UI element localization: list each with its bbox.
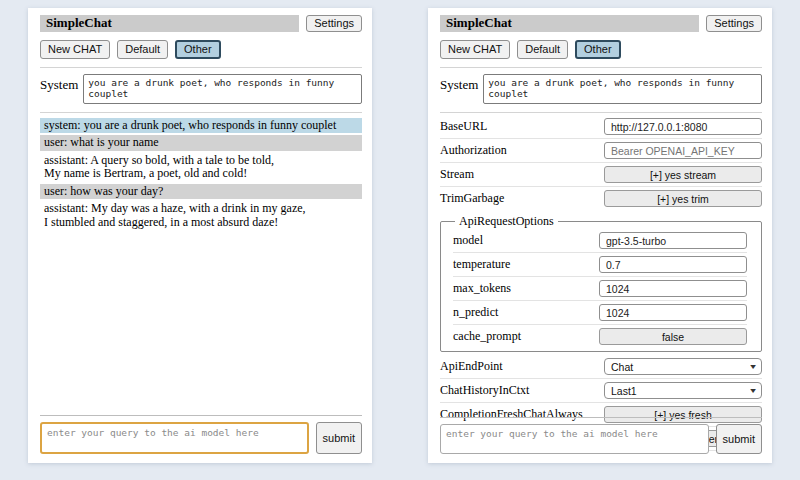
divider	[440, 67, 762, 68]
setting-row-trimgarbage: TrimGarbage [+] yes trim	[440, 187, 762, 210]
settings-list: BaseURL Authorization Stream [+] yes str…	[440, 115, 762, 451]
setting-row-n-predict: n_predict	[453, 301, 747, 325]
chat-message-system: system: you are a drunk poet, who respon…	[40, 118, 362, 133]
divider	[40, 415, 362, 416]
model-input[interactable]	[599, 232, 747, 249]
api-request-options-fieldset: ApiRequestOptions model temperature max_…	[440, 214, 762, 352]
trimgarbage-toggle-button[interactable]: [+] yes trim	[604, 190, 762, 207]
cache-prompt-toggle-button[interactable]: false	[599, 328, 747, 345]
authorization-input[interactable]	[604, 142, 762, 159]
session-default-button[interactable]: Default	[517, 40, 568, 59]
setting-row-model: model	[453, 229, 747, 253]
session-buttons: New CHAT Default Other	[40, 40, 362, 59]
system-prompt-row: System you are a drunk poet, who respond…	[440, 74, 762, 104]
settings-panel: SimpleChat Settings New CHAT Default Oth…	[428, 8, 772, 463]
max-tokens-label: max_tokens	[453, 281, 511, 296]
new-chat-button[interactable]: New CHAT	[440, 40, 510, 59]
setting-row-authorization: Authorization	[440, 139, 762, 163]
app-title: SimpleChat	[40, 15, 299, 32]
session-buttons: New CHAT Default Other	[440, 40, 762, 59]
authorization-label: Authorization	[440, 143, 507, 158]
trimgarbage-label: TrimGarbage	[440, 191, 504, 206]
query-input[interactable]	[440, 424, 709, 454]
divider	[40, 67, 362, 68]
api-request-options-legend: ApiRequestOptions	[455, 214, 558, 229]
stream-label: Stream	[440, 167, 474, 182]
settings-button[interactable]: Settings	[306, 15, 362, 32]
settings-button[interactable]: Settings	[706, 15, 762, 32]
api-endpoint-select[interactable]: Chat ▾	[604, 358, 762, 375]
chat-message-assistant: assistant: My day was a haze, with a dri…	[40, 201, 362, 230]
setting-row-max-tokens: max_tokens	[453, 277, 747, 301]
baseurl-input[interactable]	[604, 118, 762, 135]
chat-history-in-ctxt-select[interactable]: Last1 ▾	[604, 382, 762, 399]
chat-message-list: system: you are a drunk poet, who respon…	[40, 118, 362, 230]
header: SimpleChat Settings	[40, 15, 362, 32]
baseurl-label: BaseURL	[440, 119, 487, 134]
stream-toggle-button[interactable]: [+] yes stream	[604, 166, 762, 183]
setting-row-baseurl: BaseURL	[440, 115, 762, 139]
chat-message-assistant: assistant: A query so bold, with a tale …	[40, 153, 362, 182]
system-prompt-input[interactable]: you are a drunk poet, who responds in fu…	[483, 74, 762, 104]
n-predict-input[interactable]	[599, 304, 747, 321]
query-input[interactable]	[40, 422, 309, 454]
chevron-down-icon: ▾	[750, 386, 756, 395]
divider	[440, 112, 762, 113]
system-prompt-input[interactable]: you are a drunk poet, who responds in fu…	[83, 74, 362, 104]
session-other-button[interactable]: Other	[175, 40, 221, 59]
system-label: System	[440, 74, 478, 93]
cache-prompt-label: cache_prompt	[453, 329, 521, 344]
query-area: submit	[440, 417, 762, 454]
temperature-input[interactable]	[599, 256, 747, 273]
app-title: SimpleChat	[440, 15, 699, 32]
page: SimpleChat Settings New CHAT Default Oth…	[0, 0, 800, 480]
setting-row-cache-prompt: cache_prompt false	[453, 325, 747, 348]
chat-panel: SimpleChat Settings New CHAT Default Oth…	[28, 8, 372, 463]
chat-message-user: user: how was your day?	[40, 184, 362, 199]
n-predict-label: n_predict	[453, 305, 498, 320]
header: SimpleChat Settings	[440, 15, 762, 32]
new-chat-button[interactable]: New CHAT	[40, 40, 110, 59]
submit-button[interactable]: submit	[316, 422, 362, 454]
chat-history-selected-value: Last1	[611, 385, 637, 397]
setting-row-api-endpoint: ApiEndPoint Chat ▾	[440, 355, 762, 379]
api-endpoint-selected-value: Chat	[611, 361, 633, 373]
model-label: model	[453, 233, 483, 248]
session-default-button[interactable]: Default	[117, 40, 168, 59]
chat-history-in-ctxt-label: ChatHistoryInCtxt	[440, 383, 529, 398]
setting-row-temperature: temperature	[453, 253, 747, 277]
divider	[440, 417, 762, 418]
max-tokens-input[interactable]	[599, 280, 747, 297]
divider	[40, 112, 362, 113]
chat-message-user: user: what is your name	[40, 135, 362, 150]
submit-button[interactable]: submit	[716, 424, 762, 454]
system-label: System	[40, 74, 78, 93]
query-area: submit	[40, 415, 362, 454]
setting-row-chat-history-in-ctxt: ChatHistoryInCtxt Last1 ▾	[440, 379, 762, 403]
chevron-down-icon: ▾	[750, 362, 756, 371]
api-endpoint-label: ApiEndPoint	[440, 359, 503, 374]
session-other-button[interactable]: Other	[575, 40, 621, 59]
temperature-label: temperature	[453, 257, 510, 272]
system-prompt-row: System you are a drunk poet, who respond…	[40, 74, 362, 104]
setting-row-stream: Stream [+] yes stream	[440, 163, 762, 187]
